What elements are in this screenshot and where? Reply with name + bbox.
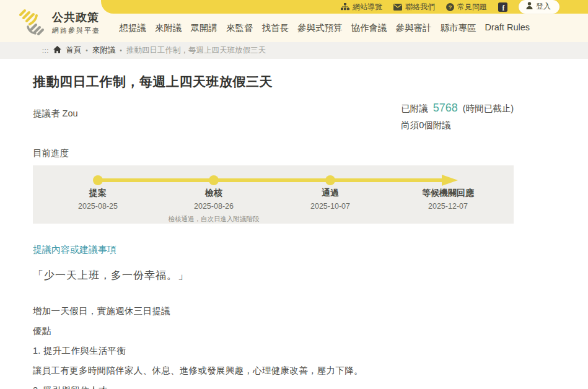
sitemap-link[interactable]: 網站導覽: [341, 2, 382, 12]
user-icon: [526, 2, 533, 11]
progress-timeline: 提案 2025-08-25 檢核 2025-08-26 檢核通過，自次日進入附議…: [33, 165, 514, 224]
nav-item-supervise[interactable]: 來監督: [226, 22, 253, 34]
proposal-title: 推動四日工作制，每週上四天班放假三天: [33, 73, 514, 90]
nav-item-endorse[interactable]: 來附議: [155, 22, 182, 34]
proposal-body: 增加一天假日，實施週休三日提議 優點 1. 提升工作與生活平衡 讓員工有更多時間…: [33, 305, 514, 389]
svg-text:?: ?: [449, 4, 452, 10]
nav-item-collaboration[interactable]: 協作會議: [351, 22, 387, 34]
deadline-note: (時間已截止): [463, 103, 514, 113]
login-button[interactable]: 登入: [519, 0, 559, 14]
body-paragraph: 2. 吸引與留住人才: [33, 384, 514, 389]
main-nav: 想提議 來附議 眾開講 來監督 找首長 參與式預算 協作會議 參與審計 縣市專區…: [119, 22, 530, 34]
stage-name: 等候機關回應: [374, 188, 522, 199]
home-icon[interactable]: [53, 46, 61, 55]
brand-text: 公共政策 網路參與平臺: [52, 10, 100, 35]
timeline-stage-awaiting-response: 等候機關回應 2025-12-07: [374, 188, 522, 211]
question-icon: ?: [446, 3, 454, 11]
breadcrumb-home[interactable]: 首頁: [66, 45, 81, 56]
contact-label: 聯絡我們: [405, 2, 435, 12]
body-paragraph: 增加一天假日，實施週休三日提議: [33, 305, 514, 318]
proposer: 提議者 Zou: [33, 102, 78, 120]
brand-subtitle: 網路參與平臺: [52, 26, 100, 35]
nav-item-talks[interactable]: 眾開講: [190, 22, 217, 34]
faq-label: 常見問題: [457, 2, 487, 12]
breadcrumb: ::: 首頁 • 來附議 • 推動四日工作制，每週上四天班放假三天: [0, 42, 588, 59]
nav-item-participatory-budget[interactable]: 參與式預算: [297, 22, 343, 34]
endorsement-count: 5768: [433, 102, 458, 114]
stage-note: 檢核通過，自次日進入附議階段: [139, 215, 288, 224]
nav-item-propose[interactable]: 想提議: [119, 22, 146, 34]
sitemap-icon: [341, 3, 349, 11]
section-heading-proposal-content[interactable]: 提議內容或建議事項: [33, 244, 514, 256]
breadcrumb-separator: •: [86, 47, 88, 54]
proposal-quote: 「少一天上班，多一份幸福。」: [33, 268, 514, 282]
svg-text:f: f: [502, 4, 504, 11]
site-header: 網站導覽 聯絡我們 ? 常見問題 f 登入: [0, 0, 588, 42]
stage-date: 2025-12-07: [374, 202, 522, 211]
accessibility-anchor: :::: [42, 47, 49, 54]
proposer-name: Zou: [63, 108, 78, 118]
facebook-icon: f: [498, 2, 507, 12]
remaining-endorsements: 尚須0個附議: [401, 120, 514, 131]
login-label: 登入: [536, 1, 551, 12]
nav-item-audit[interactable]: 參與審計: [395, 22, 431, 34]
nav-item-mayors[interactable]: 找首長: [261, 22, 289, 34]
faq-link[interactable]: ? 常見問題: [446, 2, 487, 12]
breadcrumb-separator: •: [120, 47, 122, 54]
progress-label: 目前進度: [33, 147, 514, 159]
contact-link[interactable]: 聯絡我們: [393, 2, 435, 12]
nav-item-draft-rules[interactable]: Draft Rules: [485, 22, 530, 34]
mail-icon: [393, 4, 402, 11]
endorsed-label: 已附議: [401, 103, 428, 113]
endorsement-stats: 已附議 5768 (時間已截止) 尚須0個附議: [401, 102, 514, 131]
body-paragraph: 優點: [33, 325, 514, 338]
breadcrumb-endorse[interactable]: 來附議: [92, 45, 116, 56]
site-logo[interactable]: 公共政策 網路參與平臺: [17, 6, 100, 38]
utility-bar: 網站導覽 聯絡我們 ? 常見問題 f 登入: [101, 0, 588, 14]
proposer-label: 提議者: [33, 108, 60, 118]
body-paragraph: 讓員工有更多時間陪伴家人、休息、進修或發展興趣，心理健康改善，壓力下降。: [33, 364, 514, 377]
sitemap-label: 網站導覽: [353, 2, 382, 12]
nav-item-county-zone[interactable]: 縣市專區: [440, 22, 476, 34]
body-paragraph: 1. 提升工作與生活平衡: [33, 344, 514, 357]
facebook-link[interactable]: f: [498, 2, 507, 12]
join-platform-logo-icon: [17, 6, 46, 38]
main-content: 推動四日工作制，每週上四天班放假三天 提議者 Zou 已附議 5768 (時間已…: [33, 73, 514, 389]
brand-title: 公共政策: [52, 10, 100, 25]
breadcrumb-current: 推動四日工作制，每週上四天班放假三天: [126, 45, 266, 56]
